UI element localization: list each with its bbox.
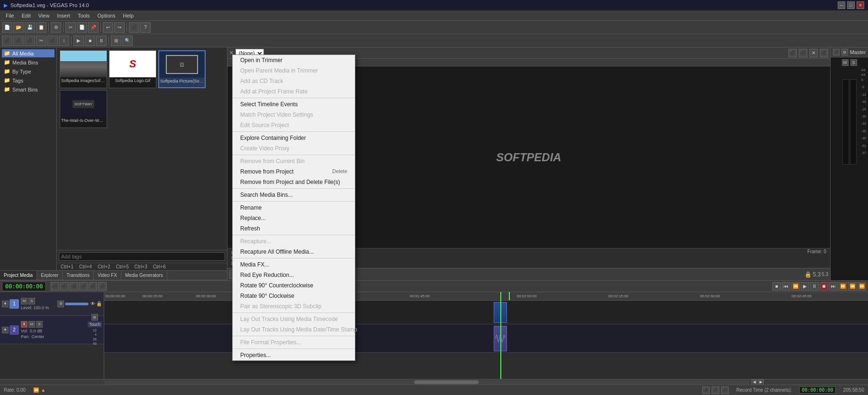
undo-btn[interactable]: ↩ — [103, 22, 113, 33]
preview-tool4[interactable]: ⬛ — [820, 49, 828, 57]
paste-btn[interactable]: 📌 — [88, 22, 99, 33]
tool6[interactable]: ↕ — [59, 36, 69, 46]
tl-btn5[interactable]: ⬛ — [89, 282, 97, 291]
stop-btn[interactable]: ■ — [85, 36, 95, 46]
tool5[interactable]: ⬛ — [47, 36, 58, 46]
tab-transitions[interactable]: Transitions — [63, 271, 94, 280]
track2-settings[interactable]: ⚙ — [91, 314, 98, 321]
ctx-recapture-all[interactable]: Recapture All Offline Media... — [233, 247, 355, 257]
ctx-remove-delete[interactable]: Remove from Project and Delete File(s) — [233, 177, 355, 187]
preview-tool1[interactable]: ⬛ — [788, 49, 797, 57]
ctx-rename[interactable]: Rename — [233, 202, 355, 213]
track2-expand[interactable]: ▼ — [2, 327, 9, 333]
status-btn2[interactable]: ⬛ — [712, 386, 719, 394]
menu-edit[interactable]: Edit — [18, 12, 35, 19]
track2-mute[interactable]: 🔇 — [21, 321, 27, 328]
video-clip[interactable] — [494, 302, 507, 323]
preview-tool3[interactable]: ✕ — [809, 49, 818, 57]
menu-help[interactable]: Help — [119, 12, 137, 19]
redo-btn[interactable]: ↪ — [114, 22, 125, 33]
open-btn[interactable]: 📂 — [13, 22, 24, 33]
grid-btn[interactable]: ⊞ — [111, 36, 121, 46]
ctx-open-trimmer[interactable]: Open in Trimmer — [233, 55, 355, 65]
menu-view[interactable]: View — [35, 12, 54, 19]
tool3[interactable]: ⬛ — [25, 36, 35, 46]
tl-btn2[interactable]: ⬛ — [60, 282, 69, 291]
media-item-4[interactable]: SOFTWAY The-Wait-Is-Over-Welco me-to-the… — [60, 90, 107, 128]
track1-expand[interactable]: ▼ — [2, 301, 9, 307]
save-as-btn[interactable]: 📋 — [36, 22, 46, 33]
tl-btn4[interactable]: ⬛ — [79, 282, 88, 291]
ctx-rotate-cw[interactable]: Rotate 90° Clockwise — [233, 291, 355, 301]
h-scrollbar-thumb[interactable] — [414, 380, 479, 384]
ctx-select-timeline[interactable]: Select Timeline Events — [233, 99, 355, 110]
tl-ff-btn[interactable]: ⏩ — [839, 282, 847, 291]
bin-tags[interactable]: 📁 Tags — [2, 76, 54, 84]
save-btn[interactable]: 💾 — [25, 22, 35, 33]
copy-btn[interactable]: 📑 — [77, 22, 87, 33]
scroll-left-btn[interactable]: ◀ — [751, 379, 757, 385]
menu-file[interactable]: File — [2, 12, 18, 19]
ctx-red-eye[interactable]: Red Eye Reduction... — [233, 270, 355, 280]
ctx-rotate-ccw[interactable]: Rotate 90° Counterclockwise — [233, 280, 355, 291]
track1-level-slider[interactable] — [65, 303, 89, 305]
tab-project-media[interactable]: Project Media — [0, 271, 37, 280]
media-item-3[interactable]: 🖼 Softpedia Picture(Softpedia Pict — [158, 50, 206, 88]
tl-rew-btn[interactable]: ⏪ — [848, 282, 857, 291]
zoom-btn[interactable]: 🔍 — [122, 36, 133, 46]
tl-stop-btn[interactable]: ■ — [772, 282, 781, 291]
tl-btn6[interactable]: ⬛ — [98, 282, 107, 291]
ctx-search-bins[interactable]: Search Media Bins... — [233, 190, 355, 200]
track2-solo[interactable]: M — [28, 321, 35, 328]
tool2[interactable]: ⬛ — [13, 36, 24, 46]
tl-ff2-btn[interactable]: ⏩ — [858, 282, 866, 291]
track1-settings[interactable]: ⚙ — [57, 301, 64, 307]
ctx-remove-project[interactable]: Remove from Project Delete — [233, 166, 355, 177]
ctx-properties[interactable]: Properties... — [233, 350, 355, 360]
preview-tool2[interactable]: ⬛ — [799, 49, 807, 57]
tl-play-btn[interactable]: ▶ — [801, 282, 809, 291]
cut-btn[interactable]: ✂ — [65, 22, 76, 33]
ctx-replace[interactable]: Replace... — [233, 213, 355, 223]
minimize-button[interactable]: ─ — [838, 1, 845, 9]
bin-all-media[interactable]: 📁 All Media — [2, 49, 54, 57]
tl-btn3[interactable]: ⬛ — [70, 282, 78, 291]
master-settings-btn[interactable]: ⚙ — [841, 49, 848, 55]
track2-armed[interactable]: S — [36, 321, 43, 328]
audio-clip[interactable] — [494, 326, 507, 351]
menu-tools[interactable]: Tools — [74, 12, 94, 19]
play-btn[interactable]: ▶ — [73, 36, 84, 46]
scroll-right-btn[interactable]: ▶ — [758, 379, 764, 385]
bin-smart-bins[interactable]: 📁 Smart Bins — [2, 85, 54, 93]
render-btn[interactable]: ⚙ — [51, 22, 61, 33]
track1-solo[interactable]: S — [28, 298, 35, 304]
ctx-refresh[interactable]: Refresh — [233, 223, 355, 234]
tl-rec-btn[interactable]: ⏺ — [820, 282, 828, 291]
track2-plugin[interactable]: Touch — [88, 322, 102, 327]
bin-by-type[interactable]: 📁 By Type — [2, 67, 54, 75]
status-btn1[interactable]: ⬛ — [702, 386, 710, 394]
maximize-button[interactable]: □ — [847, 1, 855, 9]
tl-rw-btn[interactable]: ⏪ — [791, 282, 800, 291]
close-button[interactable]: ✕ — [857, 1, 864, 9]
new-btn[interactable]: 📄 — [2, 22, 12, 33]
menu-options[interactable]: Options — [94, 12, 119, 19]
tag-input[interactable] — [59, 252, 225, 261]
tab-media-generators[interactable]: Media Generators — [121, 271, 167, 280]
tool1[interactable]: ⬛ — [2, 36, 12, 46]
menu-insert[interactable]: Insert — [53, 12, 74, 19]
status-btn3[interactable]: ⬛ — [721, 386, 729, 394]
master-s-btn[interactable]: S — [850, 59, 857, 66]
bin-media-bins[interactable]: 📁 Media Bins — [2, 58, 54, 66]
master-m-btn[interactable]: M — [842, 59, 849, 66]
help-btn[interactable]: ? — [140, 22, 151, 33]
tl-next-btn[interactable]: ⏭ — [829, 282, 838, 291]
ctx-media-fx[interactable]: Media FX... — [233, 259, 355, 270]
tl-pause-btn[interactable]: ⏸ — [810, 282, 819, 291]
tab-explorer[interactable]: Explorer — [37, 271, 63, 280]
master-expand-btn[interactable]: ⬛ — [833, 49, 840, 55]
capture-btn[interactable]: ⬛ — [129, 22, 139, 33]
ctx-explore-folder[interactable]: Explore Containing Folder — [233, 133, 355, 143]
tl-btn1[interactable]: ⬛ — [51, 282, 59, 291]
tab-video-fx[interactable]: Video FX — [94, 271, 121, 280]
